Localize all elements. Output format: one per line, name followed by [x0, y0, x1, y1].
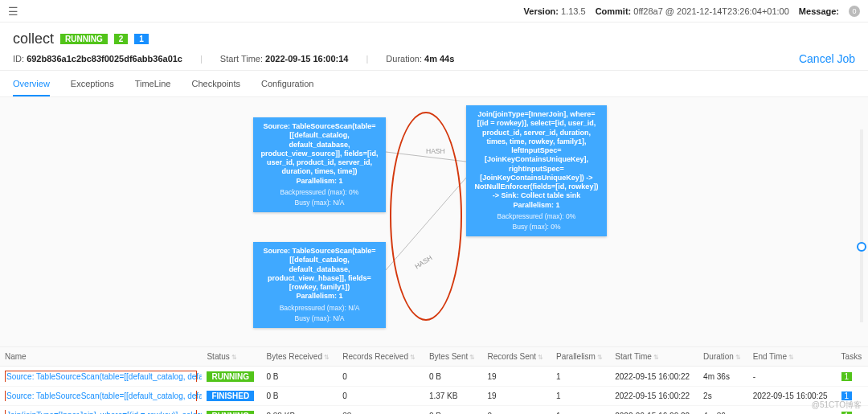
node-busy: Busy (max): N/A: [260, 314, 379, 323]
cancel-job-link[interactable]: Cancel Job: [799, 52, 855, 65]
cell-parallelism: 1: [551, 387, 610, 406]
cell-records-recv: 38: [338, 406, 424, 415]
col-records-sent[interactable]: Records Sent⇅: [483, 347, 551, 367]
annotation-ellipse: [390, 112, 462, 321]
cell-parallelism: 1: [551, 367, 610, 387]
cell-bytes-recv: 0 B: [261, 387, 338, 406]
node-title: Join(joinType=[InnerJoin], where=[(id = …: [473, 110, 600, 201]
zoom-slider-thumb[interactable]: [857, 242, 866, 252]
start-time: Start Time: 2022-09-15 16:00:14: [220, 54, 349, 64]
cell-records-sent: 0: [483, 406, 551, 415]
cell-end: -: [748, 367, 837, 387]
tab-exceptions[interactable]: Exceptions: [71, 79, 114, 96]
node-title: Source: TableSourceScan(table=[[default_…: [260, 122, 379, 177]
task-count-blue: 1: [134, 34, 149, 44]
col-name[interactable]: Name: [0, 347, 202, 367]
col-start[interactable]: Start Time⇅: [610, 347, 698, 367]
node-parallelism: Parallelism: 1: [260, 292, 379, 301]
cell-bytes-sent: 0 B: [424, 367, 483, 387]
commit: Commit: 0ff28a7 @ 2021-12-14T23:26:04+01…: [596, 6, 789, 16]
message-count-badge[interactable]: 0: [849, 6, 860, 17]
graph-node-source-2[interactable]: Source: TableSourceScan(table=[[default_…: [253, 242, 386, 328]
tab-timeline[interactable]: TimeLine: [135, 79, 171, 96]
cell-duration: 2s: [698, 387, 748, 406]
node-parallelism: Parallelism: 1: [473, 201, 600, 210]
status-badge: RUNNING: [60, 34, 108, 44]
node-backpressure: Backpressured (max): N/A: [260, 304, 379, 313]
col-bytes-recv[interactable]: Bytes Received⇅: [261, 347, 338, 367]
tabs: Overview Exceptions TimeLine Checkpoints…: [0, 71, 868, 97]
cell-status: RUNNING: [202, 367, 261, 387]
message-label: Message:: [799, 6, 839, 16]
cell-tasks: 1: [837, 367, 868, 387]
cell-records-sent: 19: [483, 387, 551, 406]
col-status[interactable]: Status⇅: [202, 347, 261, 367]
col-tasks[interactable]: Tasks: [837, 347, 868, 367]
col-records-recv[interactable]: Records Received⇅: [338, 347, 424, 367]
job-id: ID: 692b836a1c2bc83f0025df6abb36a01c: [13, 54, 182, 64]
cell-parallelism: 1: [551, 406, 610, 415]
node-title: Source: TableSourceScan(table=[[default_…: [260, 247, 379, 292]
cell-bytes-recv: 0 B: [261, 367, 338, 387]
col-end[interactable]: End Time⇅: [748, 347, 837, 367]
tab-overview[interactable]: Overview: [13, 79, 50, 96]
cell-status: FINISHED: [202, 387, 261, 406]
table-row[interactable]: Source: TableSourceScan(table=[[default_…: [0, 387, 868, 406]
cell-start: 2022-09-15 16:00:22: [610, 406, 698, 415]
cell-records-recv: 0: [338, 367, 424, 387]
cell-name[interactable]: Join(joinType=[InnerJoin], where=[(id = …: [0, 406, 202, 415]
node-backpressure: Backpressured (max): 0%: [260, 188, 379, 197]
divider: |: [366, 54, 368, 64]
cell-name[interactable]: Source: TableSourceScan(table=[[default_…: [0, 387, 202, 406]
table-row[interactable]: Source: TableSourceScan(table=[[default_…: [0, 367, 868, 387]
cell-name[interactable]: Source: TableSourceScan(table=[[default_…: [0, 367, 202, 387]
version: Version: 1.13.5: [524, 6, 586, 16]
cell-start: 2022-09-15 16:00:22: [610, 387, 698, 406]
tab-configuration[interactable]: Configuration: [261, 79, 313, 96]
duration: Duration: 4m 44s: [386, 54, 454, 64]
tab-checkpoints[interactable]: Checkpoints: [192, 79, 241, 96]
col-duration[interactable]: Duration⇅: [698, 347, 748, 367]
cell-bytes-sent: 0 B: [424, 406, 483, 415]
cell-duration: 4m 36s: [698, 406, 748, 415]
vertex-table: Name Status⇅ Bytes Received⇅ Records Rec…: [0, 346, 868, 414]
node-backpressure: Backpressured (max): 0%: [473, 212, 600, 221]
job-title: collect: [13, 31, 54, 47]
cell-bytes-recv: 2.88 KB: [261, 406, 338, 415]
table-row[interactable]: Join(joinType=[InnerJoin], where=[(id = …: [0, 406, 868, 415]
job-graph[interactable]: Source: TableSourceScan(table=[[default_…: [0, 97, 868, 346]
cell-records-sent: 19: [483, 367, 551, 387]
node-parallelism: Parallelism: 1: [260, 177, 379, 186]
cell-start: 2022-09-15 16:00:22: [610, 367, 698, 387]
col-parallelism[interactable]: Parallelism⇅: [551, 347, 610, 367]
cell-status: RUNNING: [202, 406, 261, 415]
divider: |: [200, 54, 203, 64]
node-busy: Busy (max): N/A: [260, 199, 379, 207]
col-bytes-sent[interactable]: Bytes Sent⇅: [424, 347, 483, 367]
node-busy: Busy (max): 0%: [473, 223, 600, 232]
cell-records-recv: 0: [338, 387, 424, 406]
graph-node-join[interactable]: Join(joinType=[InnerJoin], where=[(id = …: [466, 105, 607, 236]
zoom-slider-track[interactable]: [860, 129, 863, 322]
menu-icon[interactable]: ☰: [8, 5, 18, 18]
task-count-green: 2: [114, 34, 129, 44]
cell-duration: 4m 36s: [698, 367, 748, 387]
graph-node-source-1[interactable]: Source: TableSourceScan(table=[[default_…: [253, 117, 386, 212]
cell-bytes-sent: 1.37 KB: [424, 387, 483, 406]
watermark: @51CTO博客: [812, 400, 862, 411]
